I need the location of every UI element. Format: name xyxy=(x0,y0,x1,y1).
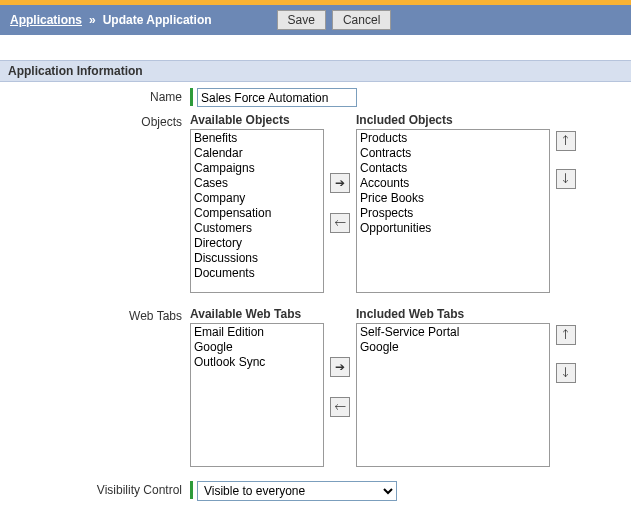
label-visibility: Visibility Control xyxy=(10,481,190,497)
page-title: Update Application xyxy=(103,13,212,27)
row-objects: Objects Available Objects BenefitsCalend… xyxy=(10,113,621,293)
move-webtab-up-button[interactable]: 🡑 xyxy=(556,325,576,345)
add-object-button[interactable]: ➔ xyxy=(330,173,350,193)
visibility-select[interactable]: Visible to everyone xyxy=(197,481,397,501)
arrow-left-icon: 🡐 xyxy=(334,217,346,229)
arrow-right-icon: ➔ xyxy=(335,361,345,373)
label-name: Name xyxy=(10,88,190,104)
remove-webtab-button[interactable]: 🡐 xyxy=(330,397,350,417)
save-button[interactable]: Save xyxy=(277,10,326,30)
move-object-down-button[interactable]: 🡓 xyxy=(556,169,576,189)
remove-object-button[interactable]: 🡐 xyxy=(330,213,350,233)
name-input[interactable] xyxy=(197,88,357,107)
breadcrumb-separator: » xyxy=(89,13,96,27)
move-object-up-button[interactable]: 🡑 xyxy=(556,131,576,151)
arrow-up-icon: 🡑 xyxy=(560,329,572,341)
row-name: Name xyxy=(10,88,621,107)
spacer xyxy=(0,35,631,60)
row-visibility: Visibility Control Visible to everyone xyxy=(10,481,621,501)
available-webtabs-list[interactable]: Email EditionGoogleOutlook Sync xyxy=(192,325,322,465)
breadcrumb-bar: Applications » Update Application Save C… xyxy=(0,5,631,35)
required-indicator xyxy=(190,481,193,499)
included-webtabs-list[interactable]: Self-Service PortalGoogle xyxy=(358,325,548,465)
row-webtabs: Web Tabs Available Web Tabs Email Editio… xyxy=(10,307,621,467)
available-objects-title: Available Objects xyxy=(190,113,324,127)
arrow-up-icon: 🡑 xyxy=(560,135,572,147)
form-area: Name Objects Available Objects BenefitsC… xyxy=(0,82,631,517)
available-webtabs-title: Available Web Tabs xyxy=(190,307,324,321)
section-header-app-info: Application Information xyxy=(0,60,631,82)
arrow-right-icon: ➔ xyxy=(335,177,345,189)
label-webtabs: Web Tabs xyxy=(10,307,190,323)
label-objects: Objects xyxy=(10,113,190,129)
add-webtab-button[interactable]: ➔ xyxy=(330,357,350,377)
move-webtab-down-button[interactable]: 🡓 xyxy=(556,363,576,383)
cancel-button[interactable]: Cancel xyxy=(332,10,391,30)
available-objects-list[interactable]: BenefitsCalendarCampaignsCasesCompanyCom… xyxy=(192,131,322,291)
included-webtabs-title: Included Web Tabs xyxy=(356,307,550,321)
required-indicator xyxy=(190,88,193,106)
included-objects-title: Included Objects xyxy=(356,113,550,127)
arrow-down-icon: 🡓 xyxy=(560,173,572,185)
included-objects-list[interactable]: ProductsContractsContactsAccountsPrice B… xyxy=(358,131,548,291)
arrow-down-icon: 🡓 xyxy=(560,367,572,379)
arrow-left-icon: 🡐 xyxy=(334,401,346,413)
breadcrumb-link-applications[interactable]: Applications xyxy=(10,13,82,27)
